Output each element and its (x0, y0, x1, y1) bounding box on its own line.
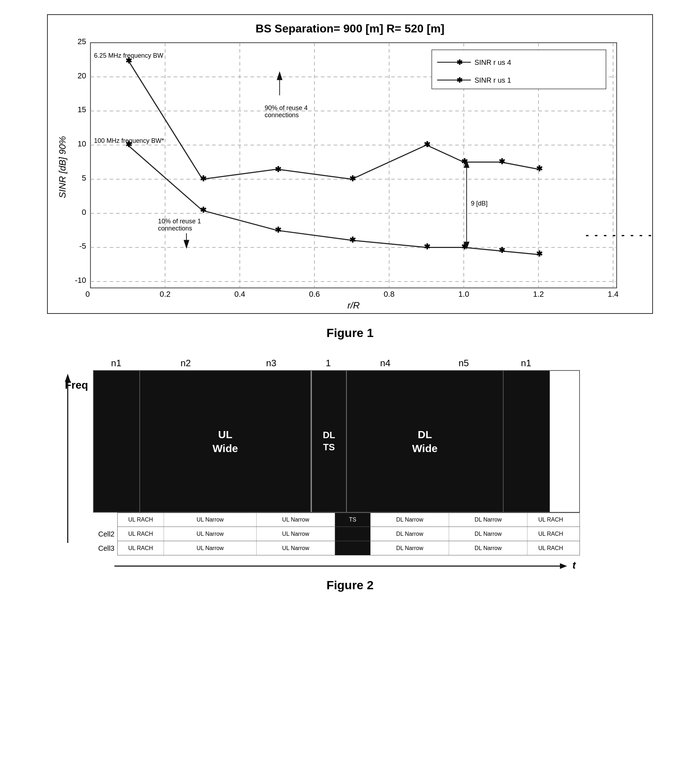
svg-text:-10: -10 (75, 276, 86, 285)
svg-text:connections: connections (265, 111, 299, 119)
fig2-content: n1 n2 n3 1 n4 n5 n1 ULWide DLTS (93, 358, 580, 573)
fig2-header: n1 n2 n3 1 n4 n5 n1 (93, 358, 580, 369)
svg-text:0: 0 (86, 290, 90, 299)
svg-text:✱: ✱ (456, 59, 462, 66)
svg-text:✱: ✱ (536, 164, 543, 173)
dl-ts-text: DLTS (323, 429, 335, 454)
cell3-label: Cell3 (93, 541, 115, 555)
narrow-r0-ul-rach-left: UL RACH (118, 513, 164, 527)
grid-cell-dl-ts: DLTS (311, 371, 347, 512)
svg-text:90% of  reuse 4: 90% of reuse 4 (265, 104, 308, 111)
ul-wide-text: ULWide (212, 428, 238, 455)
col-label-1: 1 (311, 358, 346, 369)
t-arrow-svg: t (115, 559, 578, 573)
figure1-container: BS Separation= 900 [m] R= 520 [m] (47, 14, 653, 314)
svg-text:✱: ✱ (499, 157, 505, 166)
svg-text:✱: ✱ (275, 226, 282, 234)
cell1-label (93, 512, 115, 527)
col-label-n3: n3 (232, 358, 311, 369)
col-label-n1-left: n1 (93, 358, 139, 369)
svg-text:20: 20 (77, 71, 86, 80)
narrow-r1-ul-narrow-1: UL Narrow (164, 527, 257, 541)
narrow-r0-dl-narrow-2: DL Narrow (449, 513, 528, 527)
svg-text:✱: ✱ (349, 236, 356, 244)
svg-text:SINR r us 4: SINR r us 4 (474, 59, 511, 66)
svg-text:10: 10 (77, 139, 86, 148)
svg-text:5: 5 (82, 173, 86, 182)
dl-wide-text: DLWide (412, 428, 437, 455)
narrow-r2-dl-narrow-2: DL Narrow (449, 541, 528, 555)
svg-text:15: 15 (77, 105, 86, 114)
grid-cell-dl-wide: DLWide (347, 371, 504, 512)
col-label-n4: n4 (346, 358, 424, 369)
grid-cell-ul-wide: ULWide (140, 371, 311, 512)
svg-text:6.25 MHz frequency BW: 6.25 MHz frequency BW (94, 52, 163, 59)
cell2-label: Cell2 (93, 527, 115, 541)
narrow-r1-ts (335, 527, 371, 541)
svg-text:0.8: 0.8 (384, 290, 395, 299)
narrow-row-1: UL RACH UL Narrow UL Narrow DL Narrow DL… (117, 527, 580, 541)
col-label-n1-right: n1 (503, 358, 549, 369)
narrow-r1-ul-rach-left: UL RACH (118, 527, 164, 541)
svg-text:connections: connections (158, 225, 192, 232)
narrow-r1-dl-narrow-1: DL Narrow (371, 527, 449, 541)
svg-text:0.2: 0.2 (159, 290, 171, 299)
narrow-r2-dl-narrow-1: DL Narrow (371, 541, 449, 555)
narrow-r2-ul-narrow-2: UL Narrow (257, 541, 335, 555)
grid-cell-n1-left (94, 371, 140, 512)
figure2-container: Freq n1 n2 n3 1 n4 n5 n1 ULWide (47, 358, 653, 573)
figure2-label: Figure 2 (327, 578, 373, 592)
svg-text:1.0: 1.0 (458, 290, 469, 299)
narrow-rows-table: UL RACH UL Narrow UL Narrow TS DL Narrow… (117, 512, 580, 555)
narrow-r0-dl-narrow-1: DL Narrow (371, 513, 449, 527)
svg-text:0.4: 0.4 (234, 290, 246, 299)
svg-text:r/R: r/R (348, 300, 360, 310)
narrow-r0-ts: TS (335, 513, 371, 527)
svg-text:1.2: 1.2 (533, 290, 544, 299)
svg-text:100 MHz frequency BW*: 100 MHz frequency BW* (94, 137, 164, 144)
narrow-r1-ul-rach-right: UL RACH (528, 527, 574, 541)
fig2-inner: Freq n1 n2 n3 1 n4 n5 n1 ULWide (47, 358, 653, 573)
svg-text:25: 25 (77, 39, 86, 46)
svg-text:✱: ✱ (424, 242, 431, 251)
col-label-n5: n5 (424, 358, 503, 369)
narrow-r2-ts (335, 541, 371, 555)
svg-text:1.4: 1.4 (608, 290, 619, 299)
svg-text:t: t (572, 560, 576, 571)
svg-text:✱: ✱ (200, 174, 207, 183)
svg-text:10% of reuse 1: 10% of reuse 1 (158, 218, 201, 225)
figure1-label: Figure 1 (327, 326, 373, 340)
svg-text:✱: ✱ (424, 140, 431, 149)
narrow-r1-ul-narrow-2: UL Narrow (257, 527, 335, 541)
svg-text:-5: -5 (79, 242, 86, 250)
freq-arrow-svg (62, 372, 73, 550)
narrow-row-2: UL RACH UL Narrow UL Narrow DL Narrow DL… (117, 541, 580, 555)
narrow-r0-ul-rach-right: UL RACH (528, 513, 574, 527)
svg-text:SINR [dB] 90%: SINR [dB] 90% (59, 136, 67, 198)
narrow-row-0: UL RACH UL Narrow UL Narrow TS DL Narrow… (117, 512, 580, 527)
chart-svg: 25 20 15 10 5 0 -5 -10 0 0.2 0.4 0.6 0.8… (59, 39, 641, 310)
narrow-rows-area: Cell2 Cell3 UL RACH UL Narrow UL Narrow … (93, 512, 580, 555)
fig2-grid: ULWide DLTS DLWide (93, 370, 580, 512)
svg-text:✱: ✱ (536, 249, 543, 258)
fig2-bottom-area: t (115, 559, 580, 573)
svg-text:✱: ✱ (456, 76, 462, 84)
svg-marker-73 (560, 563, 567, 569)
svg-text:✱: ✱ (499, 246, 505, 255)
chart-title: BS Separation= 900 [m] R= 520 [m] (59, 22, 641, 35)
svg-text:SINR r us 1: SINR r us 1 (474, 76, 511, 84)
col-label-n2: n2 (139, 358, 232, 369)
grid-cell-n1-right (504, 371, 550, 512)
dots-label: - - - - - - - - (585, 229, 653, 241)
narrow-r2-ul-narrow-1: UL Narrow (164, 541, 257, 555)
svg-text:✱: ✱ (275, 165, 282, 174)
svg-text:✱: ✱ (200, 205, 207, 215)
svg-text:✱: ✱ (349, 174, 356, 183)
svg-text:0.6: 0.6 (309, 290, 320, 299)
narrow-r1-dl-narrow-2: DL Narrow (449, 527, 528, 541)
narrow-r0-ul-narrow-1: UL Narrow (164, 513, 257, 527)
freq-label: Freq (65, 379, 88, 391)
narrow-r2-ul-rach-left: UL RACH (118, 541, 164, 555)
svg-text:9 [dB]: 9 [dB] (471, 200, 488, 207)
svg-text:0: 0 (82, 208, 86, 216)
